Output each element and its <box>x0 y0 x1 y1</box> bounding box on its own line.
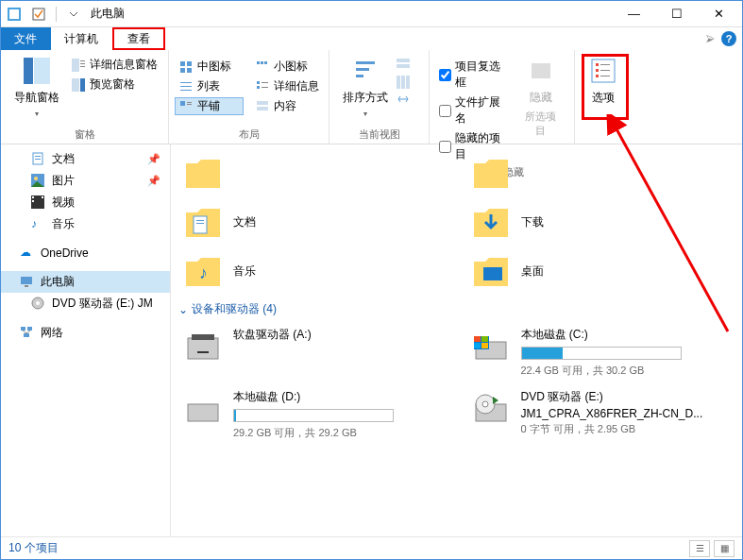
section-devices[interactable]: ⌄ 设备和驱动器 (4) <box>178 294 735 323</box>
app-icon <box>7 7 22 22</box>
fit-column-icon[interactable] <box>396 92 411 107</box>
svg-point-79 <box>482 401 488 407</box>
window-controls: — ☐ ✕ <box>613 1 740 27</box>
svg-rect-13 <box>180 68 185 73</box>
svg-rect-69 <box>197 351 209 353</box>
options-button[interactable]: 选项 <box>581 52 626 110</box>
svg-rect-15 <box>257 61 260 64</box>
folder-row-partial[interactable] <box>466 150 735 195</box>
layout-details[interactable]: 详细信息 <box>251 77 323 95</box>
svg-rect-30 <box>356 61 375 64</box>
folder-documents[interactable]: 文档 <box>178 199 447 245</box>
svg-rect-38 <box>532 63 550 78</box>
svg-rect-27 <box>187 104 192 105</box>
sidebar-item-network[interactable]: 网络 <box>1 322 170 344</box>
folder-desktop[interactable]: 桌面 <box>466 248 735 294</box>
svg-rect-33 <box>397 59 410 62</box>
svg-rect-9 <box>72 78 79 92</box>
svg-rect-8 <box>80 66 85 67</box>
svg-rect-59 <box>21 327 25 331</box>
group-by-icon[interactable] <box>396 58 411 73</box>
drive-floppy[interactable]: 软盘驱动器 (A:) <box>178 323 447 382</box>
svg-rect-32 <box>356 75 363 77</box>
layout-content[interactable]: 内容 <box>251 97 323 115</box>
ribbon-tabs: 文件 计算机 查看 ⮚ ? <box>1 27 742 50</box>
svg-rect-1 <box>9 9 19 19</box>
preview-pane-button[interactable]: 预览窗格 <box>67 76 161 93</box>
svg-rect-42 <box>596 69 599 72</box>
chevron-down-icon: ⌄ <box>178 303 188 316</box>
sidebar-item-documents[interactable]: 文档📌 <box>1 148 170 170</box>
svg-rect-17 <box>264 61 267 64</box>
svg-rect-67 <box>188 338 218 359</box>
svg-rect-45 <box>600 76 610 76</box>
minimize-button[interactable]: — <box>613 1 655 27</box>
layout-medium-icons[interactable]: 中图标 <box>175 58 244 76</box>
drive-c-progress <box>521 347 682 360</box>
checkbox-extensions[interactable]: 文件扩展名 <box>435 93 513 127</box>
svg-rect-74 <box>474 343 481 348</box>
view-details-button[interactable]: ☰ <box>689 540 710 557</box>
folder-music[interactable]: ♪ 音乐 <box>178 248 447 294</box>
sidebar-item-onedrive[interactable]: ☁OneDrive <box>1 243 170 263</box>
layout-list[interactable]: 列表 <box>175 77 244 95</box>
tab-computer[interactable]: 计算机 <box>51 27 112 50</box>
svg-rect-64 <box>196 223 204 224</box>
svg-rect-40 <box>596 63 599 66</box>
svg-rect-62 <box>194 216 207 233</box>
nav-pane-button[interactable]: 导航窗格 ▾ <box>7 52 67 122</box>
nav-pane-label: 导航窗格 <box>14 90 59 106</box>
detail-pane-button[interactable]: 详细信息窗格 <box>67 56 161 74</box>
content-area: 文档 下载 ♪ 音乐 桌面 ⌄ 设备和驱动器 (4) 软盘驱动器 (A:) <box>171 144 742 536</box>
folder-row-partial[interactable] <box>178 150 447 195</box>
svg-text:♪: ♪ <box>199 263 208 282</box>
svg-point-50 <box>34 177 38 180</box>
svg-rect-52 <box>32 196 34 198</box>
ribbon-group-options: 选项 <box>575 50 632 144</box>
svg-rect-43 <box>600 70 610 71</box>
ribbon-collapse-icon[interactable]: ⮚ <box>706 34 716 44</box>
close-button[interactable]: ✕ <box>698 1 740 27</box>
tab-view[interactable]: 查看 <box>112 27 165 50</box>
svg-rect-72 <box>474 336 481 342</box>
svg-rect-24 <box>262 87 268 88</box>
svg-rect-60 <box>27 327 32 331</box>
window-title: 此电脑 <box>91 6 613 22</box>
svg-rect-76 <box>188 404 218 421</box>
maximize-button[interactable]: ☐ <box>655 1 698 27</box>
help-icon[interactable]: ? <box>721 31 736 46</box>
layout-small-icons[interactable]: 小图标 <box>251 58 323 76</box>
folder-downloads[interactable]: 下载 <box>466 199 735 245</box>
svg-rect-73 <box>481 336 488 342</box>
qat-save-icon[interactable] <box>31 7 46 22</box>
sidebar-item-this-pc[interactable]: 此电脑 <box>1 271 170 293</box>
ribbon-group-label-curview: 当前视图 <box>335 126 423 144</box>
titlebar: 此电脑 — ☐ ✕ <box>1 1 742 27</box>
ribbon-group-show-hide: 项目复选框 文件扩展名 隐藏的项目 隐藏 所选项目 显示/隐藏 <box>430 50 575 144</box>
svg-rect-68 <box>192 334 214 340</box>
sort-button[interactable]: 排序方式 ▾ <box>335 52 396 122</box>
svg-rect-20 <box>180 90 192 91</box>
sidebar-item-pictures[interactable]: 图片📌 <box>1 170 170 192</box>
view-icons-button[interactable]: ▦ <box>714 540 735 557</box>
svg-rect-66 <box>483 267 502 280</box>
add-column-icon[interactable] <box>396 75 411 90</box>
separator <box>56 7 57 22</box>
drive-d[interactable]: 本地磁盘 (D:) 29.2 GB 可用，共 29.2 GB <box>178 385 447 444</box>
svg-rect-18 <box>180 82 192 83</box>
sidebar-item-music[interactable]: ♪音乐 <box>1 213 170 235</box>
drive-dvd[interactable]: DVD 驱动器 (E:) JM1_CPRA_X86FRER_ZH-CN_D...… <box>466 385 735 444</box>
sidebar-item-videos[interactable]: 视频 <box>1 192 170 213</box>
checkbox-item-checkboxes[interactable]: 项目复选框 <box>435 58 513 92</box>
drive-c[interactable]: 本地磁盘 (C:) 22.4 GB 可用，共 30.2 GB <box>466 323 735 382</box>
sidebar-item-dvd[interactable]: DVD 驱动器 (E:) JM <box>1 293 170 314</box>
pin-icon: 📌 <box>147 153 160 165</box>
status-text: 10 个项目 <box>8 540 59 556</box>
ribbon-group-layout: 中图标 小图标 列表 详细信息 平铺 内容 布局 <box>169 50 329 144</box>
overflow-icon[interactable] <box>66 7 81 22</box>
tab-file[interactable]: 文件 <box>1 27 51 50</box>
layout-tiles[interactable]: 平铺 <box>175 97 244 115</box>
svg-rect-31 <box>356 68 369 71</box>
svg-rect-54 <box>42 196 43 198</box>
quick-access-toolbar <box>3 7 85 22</box>
